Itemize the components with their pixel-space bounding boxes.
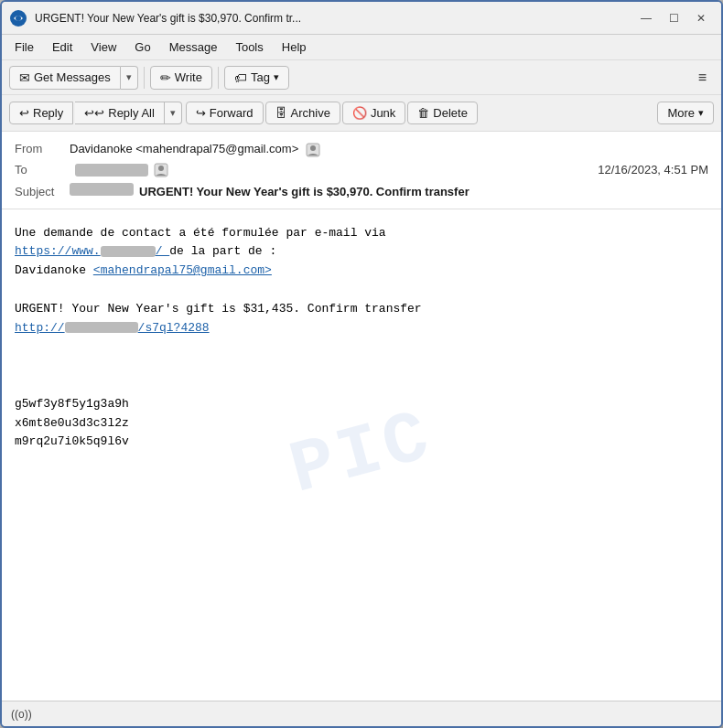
reply-label: Reply xyxy=(33,106,63,120)
tag-icon: 🏷 xyxy=(234,70,247,85)
more-dropdown-icon: ▾ xyxy=(698,107,704,119)
get-messages-group: ✉ Get Messages ▾ xyxy=(9,66,138,90)
to-person-icon xyxy=(154,163,168,177)
hamburger-menu-button[interactable]: ≡ xyxy=(691,66,714,90)
tag-dropdown-icon: ▾ xyxy=(274,71,279,83)
junk-button[interactable]: 🚫 Junk xyxy=(342,102,405,124)
maximize-button[interactable]: ☐ xyxy=(661,7,686,29)
forward-label: Forward xyxy=(210,106,254,120)
write-label: Write xyxy=(175,70,202,84)
minimize-button[interactable]: — xyxy=(633,7,659,29)
reply-all-group: ↩↩ Reply All ▾ xyxy=(75,102,182,124)
forward-button[interactable]: ↪ Forward xyxy=(186,102,264,124)
to-row: To 12/16/2023, 4:51 PM xyxy=(15,160,708,180)
body-random1: g5wf3y8f5y1g3a9h xyxy=(15,395,708,414)
menu-bar: File Edit View Go Message Tools Help xyxy=(2,35,721,60)
body-line1: Une demande de contact a été formulée pa… xyxy=(15,224,708,243)
main-toolbar: ✉ Get Messages ▾ ✏ Write 🏷 Tag ▾ ≡ xyxy=(2,60,721,95)
write-button[interactable]: ✏ Write xyxy=(150,66,212,90)
reply-group: ↩ Reply xyxy=(9,102,73,124)
menu-help[interactable]: Help xyxy=(275,37,314,57)
get-messages-label: Get Messages xyxy=(34,70,111,84)
junk-label: Junk xyxy=(371,106,395,120)
trash-icon: 🗑 xyxy=(417,106,429,120)
window-title: URGENT! Your New Year's gift is $30,970.… xyxy=(35,12,633,25)
subject-label: Subject xyxy=(15,185,70,198)
reply-all-label: Reply All xyxy=(108,106,155,120)
body-line-link1: https://www./ de la part de : xyxy=(15,242,708,262)
body-line-link2: http:///s7ql?4288 xyxy=(15,319,708,338)
signal-status: ((o)) xyxy=(11,708,32,721)
link2-blurred xyxy=(65,322,138,333)
junk-icon: 🚫 xyxy=(352,106,367,120)
email-window: URGENT! Your New Year's gift is $30,970.… xyxy=(0,0,723,728)
archive-button[interactable]: 🗄 Archive xyxy=(265,102,340,124)
from-row: From Davidanoke <mahendrapal75@gmail.com… xyxy=(15,139,708,160)
from-label: From xyxy=(15,142,70,155)
more-button[interactable]: More ▾ xyxy=(657,102,714,124)
envelope-icon: ✉ xyxy=(19,70,30,85)
subject-text: URGENT! Your New Year's gift is $30,970.… xyxy=(139,185,469,198)
title-bar: URGENT! Your New Year's gift is $30,970.… xyxy=(2,2,721,35)
tag-label: Tag xyxy=(251,70,270,84)
from-text: Davidanoke <mahendrapal75@gmail.com> xyxy=(70,142,298,155)
tag-button[interactable]: 🏷 Tag ▾ xyxy=(224,66,289,90)
link1-blurred xyxy=(101,246,156,257)
action-toolbar: ↩ Reply ↩↩ Reply All ▾ ↪ Forward 🗄 Archi… xyxy=(2,95,721,132)
menu-message[interactable]: Message xyxy=(162,37,225,57)
to-label: To xyxy=(15,163,70,177)
signal-icon: ((o)) xyxy=(11,708,32,721)
window-controls: — ☐ ✕ xyxy=(633,7,714,29)
delete-button[interactable]: 🗑 Delete xyxy=(407,102,478,124)
close-button[interactable]: ✕ xyxy=(688,7,714,29)
reply-all-icon: ↩↩ xyxy=(84,106,104,120)
menu-go[interactable]: Go xyxy=(127,37,157,57)
toolbar-separator-2 xyxy=(218,67,219,89)
archive-label: Archive xyxy=(291,106,330,120)
reply-all-button[interactable]: ↩↩ Reply All xyxy=(75,102,165,124)
body-random2: x6mt8e0u3d3c3l2z xyxy=(15,414,708,434)
reply-all-dropdown-button[interactable]: ▾ xyxy=(165,102,182,124)
person-badge-icon xyxy=(306,143,320,157)
get-messages-button[interactable]: ✉ Get Messages xyxy=(9,66,121,90)
archive-icon: 🗄 xyxy=(275,106,287,120)
body-random3: m9rq2u7i0k5q9l6v xyxy=(15,433,708,452)
menu-tools[interactable]: Tools xyxy=(228,37,270,57)
app-icon xyxy=(9,9,27,27)
more-label: More xyxy=(667,106,695,120)
email-body: PIC Une demande de contact a été formulé… xyxy=(2,209,721,701)
email-header: From Davidanoke <mahendrapal75@gmail.com… xyxy=(2,132,721,209)
menu-edit[interactable]: Edit xyxy=(45,37,80,57)
body-email-link[interactable]: <mahendrapal75@gmail.com> xyxy=(93,263,272,277)
svg-point-1 xyxy=(16,16,21,21)
forward-icon: ↪ xyxy=(196,106,206,120)
body-link1-suffix: de la part de : xyxy=(169,244,276,258)
menu-view[interactable]: View xyxy=(83,37,124,57)
delete-label: Delete xyxy=(433,106,468,120)
reply-button[interactable]: ↩ Reply xyxy=(9,102,73,124)
email-date: 12/16/2023, 4:51 PM xyxy=(598,163,708,177)
subject-prefix-blurred xyxy=(70,183,134,196)
subject-row: Subject URGENT! Your New Year's gift is … xyxy=(15,180,708,201)
svg-point-3 xyxy=(310,145,316,151)
to-left: To xyxy=(15,163,168,177)
to-value-blurred xyxy=(75,164,148,177)
status-bar: ((o)) xyxy=(2,701,721,726)
from-value: Davidanoke <mahendrapal75@gmail.com> xyxy=(70,142,708,157)
body-link1[interactable]: https://www./ xyxy=(15,244,169,258)
body-link2[interactable]: http:///s7ql?4288 xyxy=(15,321,210,335)
get-messages-dropdown-button[interactable]: ▾ xyxy=(121,66,138,90)
svg-point-5 xyxy=(158,166,164,171)
body-line2: Davidanoke <mahendrapal75@gmail.com> xyxy=(15,262,708,281)
toolbar-separator xyxy=(144,67,145,89)
body-line4: URGENT! Your New Year's gift is $31,435.… xyxy=(15,300,708,319)
menu-file[interactable]: File xyxy=(7,37,41,57)
pencil-icon: ✏ xyxy=(160,70,171,85)
reply-icon: ↩ xyxy=(19,106,29,120)
